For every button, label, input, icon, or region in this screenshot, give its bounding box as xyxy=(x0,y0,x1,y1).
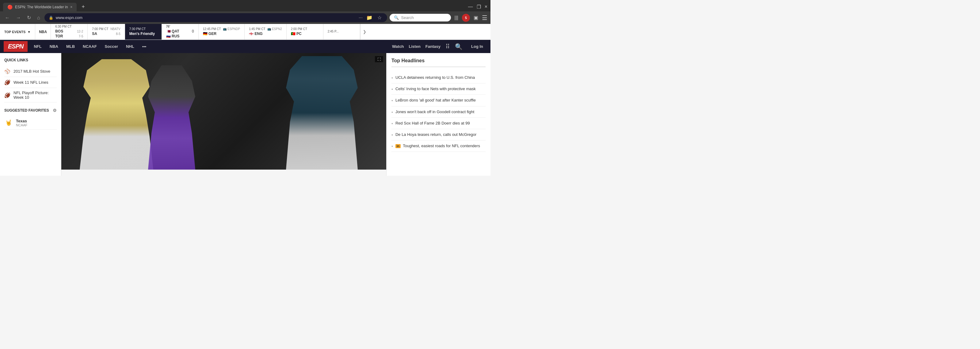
headline-item[interactable]: • Celts' Irving to face Nets with protec… xyxy=(391,83,485,95)
game-score-item[interactable]: 2:00 PM CT 🇵🇹 PC xyxy=(286,24,323,40)
sidebar-link-nfl-playoff[interactable]: 🏈 NFL Playoff Picture: Week 10 xyxy=(4,88,57,102)
library-icon[interactable]: ||| xyxy=(453,15,460,21)
game-time: 1:45 PM CT 📺 ESPN2 xyxy=(249,27,282,31)
headline-item[interactable]: • LeBron dons 'all good' hat after Kante… xyxy=(391,95,485,106)
player-left-silhouette xyxy=(80,59,153,170)
toolbar-right: ||| 5 ▣ ☰ xyxy=(453,14,487,22)
team-score: 0 xyxy=(192,29,194,33)
headline-item[interactable]: • Red Sox Hall of Fame 2B Doerr dies at … xyxy=(391,118,485,129)
browser-search-bar[interactable]: 🔍 Search xyxy=(390,14,451,21)
nba-sport-label[interactable]: NBA xyxy=(35,24,51,40)
headline-text: in Toughest, easiest roads for NFL conte… xyxy=(395,143,480,149)
nav-mlb[interactable]: MLB xyxy=(62,40,78,53)
close-button[interactable]: × xyxy=(485,4,487,10)
headline-text: LeBron dons 'all good' hat after Kanter … xyxy=(395,97,476,103)
listen-link[interactable]: Listen xyxy=(409,44,420,49)
back-button[interactable]: ← xyxy=(3,14,12,22)
featured-game-item[interactable]: 7:30 PM CT Men's Friendly xyxy=(125,24,162,40)
headline-item[interactable]: • De La Hoya teases return, calls out Mc… xyxy=(391,129,485,140)
nav-more[interactable]: ••• xyxy=(138,40,150,53)
nav-nfl[interactable]: NFL xyxy=(30,40,45,53)
bullet-icon: • xyxy=(391,87,393,92)
headline-text: Red Sox Hall of Fame 2B Doerr dies at 99 xyxy=(395,121,470,126)
game-time: 7:00 PM CT NBATV xyxy=(92,27,121,31)
game-score-item[interactable]: 12:45 PM CT 📺 ESPNDP 🇩🇪 GER xyxy=(199,24,245,40)
team-name: 🇷🇺 RUS xyxy=(166,34,180,38)
nav-ncaaf[interactable]: NCAAF xyxy=(79,40,100,53)
team-record: 12-2 xyxy=(77,30,83,33)
team-record: 8-5 xyxy=(116,32,120,35)
espn-logo[interactable]: ESPN xyxy=(4,41,28,52)
game-score-item[interactable]: 2:45 P... xyxy=(323,24,360,40)
headlines-title: Top Headlines xyxy=(391,58,485,67)
headline-item[interactable]: • UCLA detainees returning to U.S. from … xyxy=(391,72,485,83)
minimize-button[interactable]: — xyxy=(468,4,473,10)
browser-chrome: 🔴 ESPN: The Worldwide Leader in × + — ❐ … xyxy=(0,0,490,11)
expand-icon: ⛶ xyxy=(377,57,381,61)
window-controls: — ❐ × xyxy=(468,4,487,10)
fantasy-link[interactable]: Fantasy xyxy=(425,44,441,49)
team-row: SA 8-5 xyxy=(92,32,121,36)
security-icon: 🔒 xyxy=(49,16,53,20)
address-menu-icon[interactable]: ⋯ xyxy=(359,15,363,20)
browser-tab[interactable]: 🔴 ESPN: The Worldwide Leader in × xyxy=(3,3,76,11)
sidebar-nfl-lines-label: Week 11 NFL Lines xyxy=(13,80,48,84)
fullscreen-button[interactable]: ⛶ xyxy=(375,56,383,62)
reload-button[interactable]: ↻ xyxy=(25,13,33,22)
team-row: 🇵🇹 PC xyxy=(291,32,319,36)
address-bar[interactable]: 🔒 www.espn.com ⋯ 📁 ☆ xyxy=(45,13,387,22)
nav-soccer[interactable]: Soccer xyxy=(101,40,122,53)
search-icon-nav[interactable]: 🔍 xyxy=(455,43,463,50)
bookmark-icon[interactable]: ☆ xyxy=(376,15,383,21)
new-tab-button[interactable]: + xyxy=(79,2,88,11)
browser-menu-icon[interactable]: ☰ xyxy=(482,14,487,21)
bullet-icon: • xyxy=(391,121,393,126)
team-row: 🇩🇪 GER xyxy=(203,32,240,36)
live-game-item[interactable]: 76' 🇶🇦 QAT 0 🇷🇺 RUS xyxy=(162,24,199,40)
team-record: 7-5 xyxy=(79,35,83,38)
game-score-item[interactable]: 1:45 PM CT 📺 ESPN2 🏴󠁧󠁢󠁥󠁮󠁧󠁿 ENG xyxy=(245,24,286,40)
top-events-chevron: ▼ xyxy=(27,30,31,34)
sidebar-link-mlb[interactable]: ⚾ 2017 MLB Hot Stove xyxy=(4,66,57,77)
hero-image[interactable]: ⛶ xyxy=(61,53,386,170)
settings-icon[interactable]: ⚙ xyxy=(53,108,57,113)
user-avatar[interactable]: 5 xyxy=(462,14,470,22)
network-label: 📺 ESPNDP xyxy=(223,27,240,31)
watch-link[interactable]: Watch xyxy=(392,44,404,49)
bullet-icon: • xyxy=(391,144,393,149)
game-time: 6:30 PM CT xyxy=(55,25,83,28)
game-score-item[interactable]: 7:00 PM CT NBATV SA 8-5 xyxy=(88,24,125,40)
tab-close-button[interactable]: × xyxy=(70,5,72,9)
nav-nba[interactable]: NBA xyxy=(46,40,62,53)
headline-item[interactable]: • in Toughest, easiest roads for NFL con… xyxy=(391,140,485,152)
headline-text: UCLA detainees returning to U.S. from Ch… xyxy=(395,75,475,80)
pocket-icon[interactable]: 📁 xyxy=(365,15,374,21)
login-button[interactable]: Log In xyxy=(468,42,487,51)
favorite-item-texas[interactable]: 🤘 Texas NCAAF xyxy=(4,116,57,130)
nav-bar: ESPN NFL NBA MLB NCAAF Soccer NHL ••• Wa… xyxy=(0,40,490,53)
split-view-icon[interactable]: ▣ xyxy=(473,15,479,21)
suggested-favorites-title: Suggested Favorites ⚙ xyxy=(4,108,57,113)
mlb-icon: ⚾ xyxy=(4,69,10,74)
espn-favicon: 🔴 xyxy=(7,5,13,10)
team-row: 🇶🇦 QAT 0 xyxy=(166,29,194,33)
headline-item[interactable]: • Jones won't back off in Goodell contra… xyxy=(391,107,485,118)
main-content: Quick Links ⚾ 2017 MLB Hot Stove 🏈 Week … xyxy=(0,53,490,176)
game-score-item[interactable]: 6:30 PM CT BOS 12-2 TOR 7-5 xyxy=(51,24,88,40)
sidebar-link-nfl-lines[interactable]: 🏈 Week 11 NFL Lines xyxy=(4,77,57,88)
grid-apps-icon[interactable]: ⠿ xyxy=(445,43,450,50)
network-label: NBATV xyxy=(110,27,121,31)
search-placeholder: Search xyxy=(401,15,414,20)
browser-toolbar: ← → ↻ ⌂ 🔒 www.espn.com ⋯ 📁 ☆ 🔍 Search ||… xyxy=(0,11,490,24)
team-row: TOR 7-5 xyxy=(55,34,83,38)
nav-nhl[interactable]: NHL xyxy=(122,40,138,53)
maximize-button[interactable]: ❐ xyxy=(477,4,481,10)
top-events-button[interactable]: TOP EVENTS ▼ xyxy=(0,24,35,40)
scroll-right-button[interactable]: ❯ xyxy=(360,24,369,40)
forward-button[interactable]: → xyxy=(14,14,23,22)
nav-right: Watch Listen Fantasy ⠿ 🔍 Log In xyxy=(392,42,487,51)
in-badge: in xyxy=(395,144,401,148)
right-panel: Top Headlines • UCLA detainees returning… xyxy=(386,53,490,176)
home-button[interactable]: ⌂ xyxy=(35,14,42,22)
sidebar-nfl-playoff-label: NFL Playoff Picture: Week 10 xyxy=(13,91,57,100)
